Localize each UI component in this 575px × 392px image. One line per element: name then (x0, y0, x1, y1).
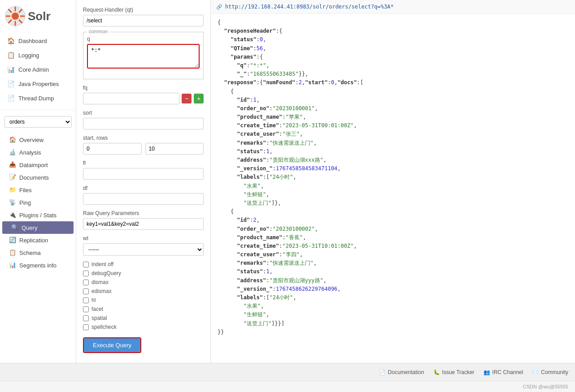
issue-tracker-icon: 🐛 (433, 369, 440, 375)
df-label: df (83, 185, 204, 191)
sidebar-item-label: Segments info (19, 262, 57, 269)
sidebar-item-logging[interactable]: 📋 Logging (0, 48, 76, 62)
sidebar-item-files[interactable]: 📁 Files (0, 184, 76, 196)
analysis-icon: 🔬 (9, 149, 16, 156)
community-label: Community (541, 369, 568, 375)
sidebar-item-thread-dump[interactable]: 📄 Thread Dump (0, 91, 76, 105)
sidebar-item-label: Plugins / Stats (19, 212, 57, 219)
request-handler-input[interactable] (83, 15, 204, 26)
documentation-label: Documentation (388, 369, 424, 375)
hl-checkbox[interactable] (83, 297, 89, 303)
sidebar-item-label: Files (19, 187, 31, 194)
wt-select[interactable]: ------ json xml csv python ruby php phps… (83, 243, 204, 256)
solr-logo-icon (4, 5, 26, 27)
sidebar-item-core-admin[interactable]: 📊 Core Admin (0, 62, 76, 77)
json-output: { "responseHeader":{ "status":0, "QTime"… (211, 14, 575, 363)
java-properties-icon: 📄 (7, 80, 15, 88)
facet-checkbox[interactable] (83, 306, 89, 312)
sidebar-item-plugins-stats[interactable]: 🔌 Plugins / Stats (0, 209, 76, 221)
spatial-checkbox[interactable] (83, 315, 89, 321)
sidebar-item-label: Schema (19, 250, 41, 256)
irc-channel-label: IRC Channel (492, 369, 523, 375)
start-rows-label: start, rows (83, 135, 204, 141)
start-rows-group: start, rows (83, 135, 204, 155)
sub-nav: 🏠 Overview 🔬 Analysis 📥 Dataimport 📝 Doc… (0, 131, 76, 274)
sidebar-item-segments-info[interactable]: 📊 Segments info (0, 259, 76, 271)
url-icon: 🔗 (216, 4, 222, 10)
sidebar-item-query[interactable]: 🔍 Query (2, 221, 74, 234)
plugins-stats-icon: 🔌 (9, 211, 16, 219)
fq-group: fq − + (83, 85, 204, 104)
sidebar-item-overview[interactable]: 🏠 Overview (0, 134, 76, 146)
execute-query-button[interactable]: Execute Query (84, 338, 140, 352)
q-input[interactable]: *:* (87, 44, 200, 69)
sidebar: Solr 🏠 Dashboard 📋 Logging 📊 Core Admin … (0, 0, 76, 363)
sidebar-item-analysis[interactable]: 🔬 Analysis (0, 146, 76, 159)
query-icon: 🔍 (11, 224, 18, 231)
rows-input[interactable] (145, 143, 204, 155)
sidebar-item-schema[interactable]: 📋 Schema (0, 246, 76, 259)
json-content: { "responseHeader":{ "status":0, "QTime"… (218, 18, 568, 336)
fq-row: − + (83, 93, 204, 104)
dashboard-icon: 🏠 (7, 37, 15, 45)
sidebar-item-ping[interactable]: 📡 Ping (0, 196, 76, 209)
wt-label: wt (83, 235, 204, 241)
fl-group: fl (83, 160, 204, 180)
start-input[interactable] (83, 143, 142, 155)
irc-channel-icon: 👥 (484, 369, 490, 375)
fq-plus-button[interactable]: + (194, 94, 204, 103)
sidebar-item-documents[interactable]: 📝 Documents (0, 171, 76, 184)
sidebar-item-label: Ping (19, 199, 31, 206)
raw-query-label: Raw Query Parameters (83, 210, 204, 216)
issue-tracker-label: Issue Tracker (442, 369, 475, 375)
documentation-link[interactable]: 📄 Documentation (379, 369, 424, 375)
spellcheck-label: spellcheck (91, 324, 117, 330)
common-label: common (87, 29, 109, 34)
sort-group: sort (83, 110, 204, 129)
spellcheck-checkbox[interactable] (83, 324, 89, 330)
irc-channel-link[interactable]: 👥 IRC Channel (484, 369, 523, 375)
request-handler-group: Request-Handler (qt) (83, 7, 204, 26)
svg-point-1 (12, 13, 19, 20)
overview-icon: 🏠 (9, 136, 16, 143)
request-handler-label: Request-Handler (qt) (83, 7, 204, 13)
df-input[interactable] (83, 193, 204, 205)
sidebar-divider (0, 110, 76, 110)
documents-icon: 📝 (9, 174, 16, 181)
sidebar-item-dataimport[interactable]: 📥 Dataimport (0, 159, 76, 171)
sidebar-item-replication[interactable]: 🔄 Replication (0, 234, 76, 246)
fl-input[interactable] (83, 168, 204, 180)
replication-icon: 🔄 (9, 237, 16, 244)
schema-icon: 📋 (9, 249, 16, 256)
logging-icon: 📋 (7, 51, 15, 59)
wt-group: wt ------ json xml csv python ruby php p… (83, 235, 204, 256)
q-label: q (87, 36, 200, 42)
facet-row: facet (83, 306, 204, 312)
facet-label: facet (91, 306, 103, 312)
edismax-checkbox[interactable] (83, 289, 89, 294)
hl-label: hl (91, 297, 96, 303)
sort-input[interactable] (83, 118, 204, 129)
sidebar-item-label: Replication (19, 237, 48, 244)
dismax-checkbox[interactable] (83, 280, 89, 285)
raw-query-input[interactable] (83, 218, 204, 230)
query-form-panel: Request-Handler (qt) common q *:* fq − +… (76, 0, 211, 363)
sidebar-item-dashboard[interactable]: 🏠 Dashboard (0, 34, 76, 48)
spatial-label: spatial (91, 315, 107, 321)
indent-off-checkbox[interactable] (83, 262, 89, 267)
sidebar-item-label: Thread Dump (18, 95, 54, 102)
dismax-label: dismax (91, 279, 109, 285)
json-output-panel: 🔗 http://192.168.244.41:8983/solr/orders… (211, 0, 575, 363)
fq-minus-button[interactable]: − (182, 94, 192, 103)
url-bar: 🔗 http://192.168.244.41:8983/solr/orders… (211, 0, 575, 14)
core-selector[interactable]: orders (4, 116, 71, 128)
logo: Solr (0, 0, 76, 31)
sidebar-item-label: Analysis (19, 149, 41, 156)
issue-tracker-link[interactable]: 🐛 Issue Tracker (433, 369, 475, 375)
core-select[interactable]: orders (4, 116, 72, 128)
sidebar-item-java-properties[interactable]: 📄 Java Properties (0, 77, 76, 91)
community-link[interactable]: ✉️ Community (532, 369, 568, 375)
debug-query-checkbox[interactable] (83, 271, 89, 276)
edismax-label: edismax (91, 288, 112, 294)
fq-input[interactable] (83, 93, 179, 104)
